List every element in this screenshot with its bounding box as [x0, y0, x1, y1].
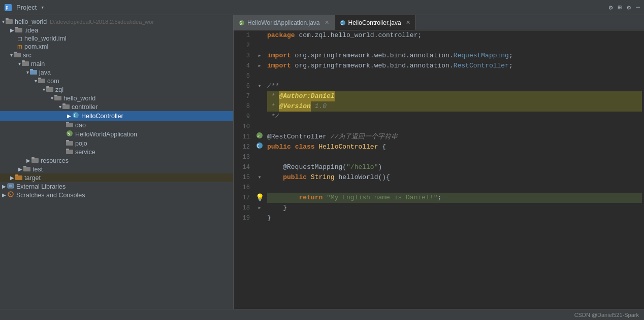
tree-label: External Libraries [16, 183, 66, 190]
svg-rect-8 [22, 61, 29, 66]
tree-item-target[interactable]: ▶ target [0, 173, 233, 182]
tree-label: dao [75, 122, 86, 129]
tree-label: .idea [24, 27, 38, 34]
xml-icon: m [17, 43, 22, 50]
scratch-icon: S [7, 191, 14, 199]
gear-icon[interactable]: ⚙ [627, 4, 631, 12]
tree-item-hello-controller[interactable]: ▶ C HelloController [0, 111, 233, 121]
line-numbers: 1 2 3 4 5 6 7 8 9 10 11 12 13 14 15 16 1… [234, 30, 254, 309]
expand-arrow: ▶ [10, 27, 14, 33]
gutter-15: ▾ [254, 172, 265, 183]
code-editor[interactable]: 1 2 3 4 5 6 7 8 9 10 11 12 13 14 15 16 1… [234, 30, 644, 309]
tree-item-zql[interactable]: ▾ zql [0, 85, 233, 94]
tree-item-test[interactable]: ▶ test [0, 165, 233, 173]
svg-rect-22 [66, 123, 73, 127]
gutter-5 [254, 71, 265, 81]
folder-icon [46, 86, 53, 93]
class-icon: C [72, 112, 79, 120]
folder-icon [23, 165, 30, 173]
tree-label: HelloController [81, 113, 123, 120]
dropdown-icon[interactable]: ▾ [41, 4, 44, 11]
expand-arrow: ▶ [18, 166, 22, 172]
tree-item-iml[interactable]: ◻ hello_world.iml [0, 34, 233, 43]
code-line-11: @RestController //为了返回一个字符串 [267, 132, 642, 142]
tree-item-resources[interactable]: ▶ resources [0, 156, 233, 165]
tab-close-button[interactable]: ✕ [325, 19, 329, 26]
code-line-9: */ [267, 112, 642, 122]
code-line-6: /** [267, 81, 642, 91]
tree-label: hello_world [15, 18, 47, 25]
tree-item-pojo[interactable]: pojo [0, 139, 233, 148]
folder-icon [66, 121, 73, 129]
layout-icon[interactable]: ⊞ [618, 4, 622, 12]
tree-item-dao[interactable]: dao [0, 121, 233, 129]
tab-hello-world-application[interactable]: S HelloWorldApplication.java ✕ [234, 15, 335, 30]
code-line-15: public String helloWorld(){ [267, 172, 642, 183]
tree-item-scratches[interactable]: ▶ S Scratches and Consoles [0, 191, 233, 199]
svg-rect-7 [14, 52, 17, 53]
tree-label: HelloWorldApplication [75, 131, 137, 138]
code-line-17: return "My English name is Daniel!"; [267, 193, 642, 203]
code-line-4: import org.springframework.web.bind.anno… [267, 61, 642, 71]
code-content[interactable]: package com.zql.hello_world.controller; … [265, 30, 644, 309]
svg-rect-23 [66, 122, 69, 123]
tree-item-hello-world-application[interactable]: S HelloWorldApplication [0, 129, 233, 139]
tree-item-controller[interactable]: ▾ controller [0, 102, 233, 111]
svg-rect-5 [15, 27, 18, 28]
tree-item-idea[interactable]: ▶ .idea [0, 26, 233, 34]
tree-label: java [39, 69, 51, 76]
tree-label: target [24, 174, 41, 182]
code-line-10 [267, 122, 642, 132]
svg-rect-28 [66, 150, 73, 154]
folder-icon [38, 77, 45, 85]
svg-rect-32 [23, 167, 30, 171]
svg-rect-34 [15, 175, 22, 180]
tree-label: Scratches and Consoles [16, 192, 85, 199]
tree-item-src[interactable]: ▾ src [0, 51, 233, 59]
tree-item-hello-world[interactable]: ▾ hello_world D:\develop\idealU-2018.2.5… [0, 17, 233, 26]
expand-arrow: ▶ [2, 184, 6, 189]
project-icon: P [4, 4, 12, 12]
minimize-icon[interactable]: ─ [636, 4, 640, 11]
title-bar-actions: ⚙ ⊞ ⚙ ─ [609, 4, 640, 12]
gutter-19 [254, 213, 265, 223]
title-bar: P Project ▾ ⚙ ⊞ ⚙ ─ [0, 0, 644, 15]
tree-item-service[interactable]: service [0, 148, 233, 156]
svg-text:C: C [74, 113, 76, 118]
tree-label: pom.xml [24, 43, 48, 50]
settings-icon[interactable]: ⚙ [609, 4, 613, 12]
tab-label: HelloController.java [348, 19, 401, 26]
expand-arrow: ▶ [2, 192, 6, 198]
gutter-17: 💡 [254, 193, 265, 203]
file-tree[interactable]: ▾ hello_world D:\develop\idealU-2018.2.5… [0, 15, 233, 309]
tab-hello-controller[interactable]: C HelloController.java ✕ [335, 15, 416, 30]
tree-label: test [33, 166, 43, 173]
tree-item-pom[interactable]: m pom.xml [0, 43, 233, 51]
svg-text:S: S [240, 21, 242, 25]
folder-icon [54, 94, 61, 102]
svg-rect-15 [46, 86, 49, 88]
folder-icon [66, 139, 73, 147]
gutter-2 [254, 41, 265, 51]
status-text: CSDN @Daniel521-Spark [574, 312, 639, 318]
svg-rect-35 [15, 174, 18, 176]
svg-text:P: P [6, 6, 9, 11]
tree-item-hello-world-pkg[interactable]: ▾ hello_world [0, 94, 233, 102]
tree-item-ext-libs[interactable]: ▶ External Libraries [0, 182, 233, 191]
code-line-16 [267, 183, 642, 193]
gutter-6: ▾ [254, 81, 265, 91]
tree-item-java[interactable]: ▾ java [0, 68, 233, 77]
svg-rect-11 [30, 69, 33, 70]
tab-close-button[interactable]: ✕ [406, 19, 410, 26]
gutter-9 [254, 112, 265, 122]
tree-item-com[interactable]: ▾ com [0, 77, 233, 85]
expand-arrow: ▾ [43, 87, 45, 92]
tree-label: controller [72, 103, 98, 111]
gutter-3: ▸ [254, 51, 265, 61]
svg-text:C: C [257, 144, 260, 149]
tree-item-main[interactable]: ▾ main [0, 59, 233, 68]
svg-text:✓: ✓ [257, 133, 260, 138]
expand-arrow: ▶ [10, 175, 14, 181]
project-label[interactable]: Project [16, 4, 37, 11]
lib-icon [7, 183, 14, 190]
